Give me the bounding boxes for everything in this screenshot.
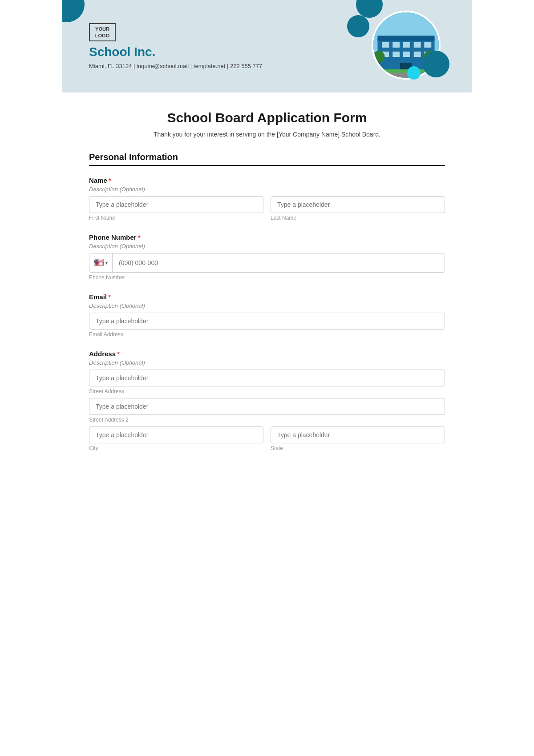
state-sublabel: State [271, 445, 445, 451]
flag-icon: 🇺🇸 [94, 258, 104, 268]
svg-rect-7 [424, 42, 432, 48]
svg-rect-6 [413, 42, 421, 48]
section-personal-title: Personal Information [89, 152, 445, 166]
school-contact: Miami, FL 33124 | inquire@school.mail | … [89, 63, 262, 69]
svg-point-17 [373, 51, 385, 63]
name-field-group: Name* Description (Optional) First Name … [89, 177, 445, 221]
main-content: School Board Application Form Thank you … [62, 92, 472, 482]
name-description: Description (Optional) [89, 186, 445, 193]
street-address2-input[interactable] [89, 398, 445, 415]
svg-rect-5 [403, 42, 410, 48]
last-name-input[interactable] [271, 196, 445, 213]
phone-label: Phone Number* [89, 233, 445, 241]
state-input[interactable] [271, 426, 445, 443]
svg-rect-9 [392, 51, 400, 57]
phone-input[interactable] [113, 255, 445, 271]
city-input[interactable] [89, 426, 263, 443]
last-name-sublabel: Last Name [271, 215, 445, 221]
street1-sublabel: Street Address [89, 388, 445, 394]
city-state-row: City State [89, 426, 445, 451]
address-label: Address* [89, 350, 445, 358]
address-description: Description (Optional) [89, 359, 445, 366]
svg-rect-4 [392, 42, 400, 48]
header-left: YOUR LOGO School Inc. Miami, FL 33124 | … [89, 23, 262, 69]
decorative-dot-small [407, 66, 421, 80]
last-name-col: Last Name [271, 196, 445, 221]
phone-country-selector[interactable]: 🇺🇸 ▾ [89, 253, 113, 272]
state-col: State [271, 426, 445, 451]
email-sublabel: Email Address [89, 331, 445, 338]
first-name-sublabel: First Name [89, 215, 263, 221]
form-title: School Board Application Form [89, 110, 445, 125]
decorative-blob-tl [62, 0, 85, 22]
school-name: School Inc. [89, 45, 262, 59]
chevron-down-icon: ▾ [105, 261, 108, 265]
phone-field-group: Phone Number* Description (Optional) 🇺🇸 … [89, 233, 445, 281]
first-name-col: First Name [89, 196, 263, 221]
header-right [356, 11, 445, 82]
phone-wrapper: 🇺🇸 ▾ [89, 253, 445, 273]
svg-rect-2 [377, 36, 434, 40]
name-inputs-row: First Name Last Name [89, 196, 445, 221]
decorative-dot-top [347, 15, 369, 37]
svg-rect-3 [382, 42, 389, 48]
form-subtitle: Thank you for your interest in serving o… [89, 131, 445, 138]
decorative-dot-large [423, 51, 449, 77]
street-address-input[interactable] [89, 370, 445, 386]
email-field-group: Email* Description (Optional) Email Addr… [89, 293, 445, 338]
email-description: Description (Optional) [89, 302, 445, 309]
email-label: Email* [89, 293, 445, 301]
first-name-input[interactable] [89, 196, 263, 213]
header: YOUR LOGO School Inc. Miami, FL 33124 | … [62, 0, 472, 92]
phone-sublabel: Phone Number [89, 274, 445, 281]
city-col: City [89, 426, 263, 451]
email-input[interactable] [89, 313, 445, 330]
logo-box: YOUR LOGO [89, 23, 116, 41]
city-sublabel: City [89, 445, 263, 451]
street1-wrapper: Street Address [89, 370, 445, 394]
address-field-group: Address* Description (Optional) Street A… [89, 350, 445, 451]
svg-rect-11 [413, 51, 421, 57]
name-label: Name* [89, 177, 445, 184]
street2-wrapper: Street Address 2 [89, 398, 445, 423]
phone-description: Description (Optional) [89, 243, 445, 249]
street2-sublabel: Street Address 2 [89, 417, 445, 423]
svg-rect-10 [403, 51, 410, 57]
